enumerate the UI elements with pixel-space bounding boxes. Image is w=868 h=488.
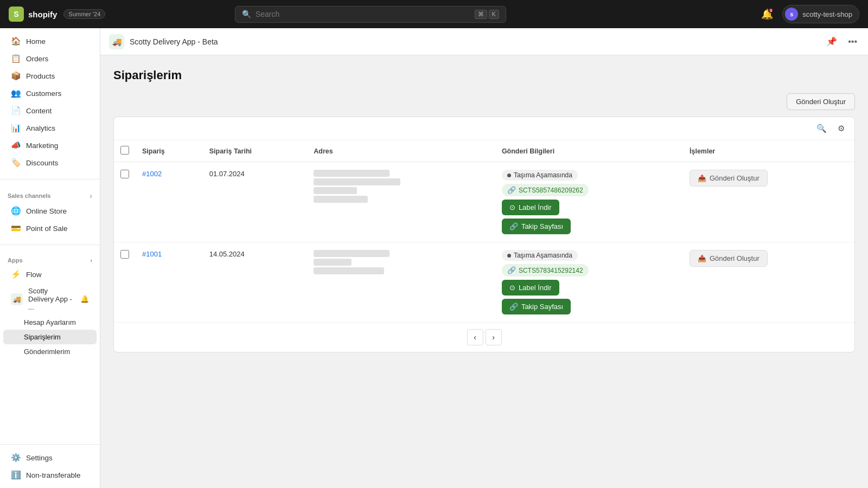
sidebar-item-scotty-delivery[interactable]: 🚚 Scotty Delivery App - ... 🔔	[3, 283, 97, 315]
row1-status-text: Taşıma Aşamasında	[514, 171, 572, 179]
sidebar-item-label: Online Store	[26, 207, 67, 215]
address-column-header: Adres	[307, 140, 495, 162]
shopify-wordmark: shopify	[28, 10, 57, 19]
row1-gonderi-info: Taşıma Aşamasında 🔗 SCTS5857486209262 ⊙ …	[502, 170, 676, 234]
select-all-checkbox[interactable]	[120, 146, 129, 155]
sidebar-item-marketing[interactable]: 📣 Marketing	[3, 137, 97, 154]
orders-table: Sipariş Sipariş Tarihi Adres Gönderi Bil…	[114, 140, 854, 322]
link-icon: 🔗	[509, 303, 518, 311]
address-line	[314, 267, 384, 274]
order-date-column-header: Sipariş Tarihi	[203, 140, 308, 162]
sidebar-divider-1	[0, 179, 100, 179]
info-icon: ℹ️	[11, 470, 21, 480]
notification-badge: 1	[768, 8, 774, 13]
sidebar-item-settings[interactable]: ⚙️ Settings	[3, 449, 97, 466]
row1-status-badge: Taşıma Aşamasında	[502, 170, 578, 181]
row1-checkbox[interactable]	[120, 170, 129, 178]
sidebar-main-section: 🏠 Home 📋 Orders 📦 Products 👥 Customers 📄…	[0, 28, 100, 176]
sidebar-item-products[interactable]: 📦 Products	[3, 67, 97, 85]
row2-tracking-link[interactable]: 🔗 SCTS5783415292142	[502, 264, 589, 277]
table-row: #1001 14.05.2024	[114, 242, 854, 323]
customers-icon: 👥	[11, 88, 21, 98]
row2-order-cell: #1001	[136, 242, 203, 323]
order-column-header: Sipariş	[136, 140, 203, 162]
sidebar-sub-gonderimlerim[interactable]: Gönderimlerim	[3, 344, 97, 359]
sidebar-sub-siparislerim[interactable]: Siparişlerim	[3, 330, 97, 344]
row2-status-text: Taşıma Aşamasında	[514, 252, 572, 259]
online-store-icon: 🌐	[11, 206, 21, 216]
page-content: Siparişlerim Gönderi Oluştur 🔍 ⚙	[100, 55, 868, 488]
chevron-right-icon: ›	[90, 191, 92, 200]
discounts-icon: 🏷️	[11, 158, 21, 168]
content-area: 🚚 Scotty Delivery App - Beta 📌 ••• Sipar…	[100, 28, 868, 488]
sidebar-item-label: Orders	[26, 55, 48, 63]
sidebar-apps-section: Apps › ⚡ Flow 🚚 Scotty Delivery App - ..…	[0, 248, 100, 363]
sidebar-item-online-store[interactable]: 🌐 Online Store	[3, 202, 97, 220]
row1-checkbox-cell	[114, 162, 136, 242]
row1-address-cell	[307, 162, 495, 242]
sidebar-item-non-transferable[interactable]: ℹ️ Non-transferable	[3, 466, 97, 484]
address-line	[314, 259, 352, 266]
sidebar-item-label: Content	[26, 107, 52, 115]
pagination-next-button[interactable]: ›	[486, 329, 502, 345]
scotty-app-icon: 🚚	[11, 293, 23, 305]
content-icon: 📄	[11, 106, 21, 115]
sidebar-item-customers[interactable]: 👥 Customers	[3, 85, 97, 102]
islemler-column-header: İşlemler	[683, 140, 854, 162]
row2-date-cell: 14.05.2024	[203, 242, 308, 323]
search-shortcut: ⌘ K	[475, 10, 499, 19]
order-1001-link[interactable]: #1001	[142, 250, 162, 258]
row1-label-indir-button[interactable]: ⊙ Label İndir	[502, 200, 559, 215]
send-icon: 📤	[698, 174, 706, 182]
siparislerim-label: Siparişlerim	[24, 333, 61, 341]
more-options-icon[interactable]: •••	[846, 35, 859, 49]
search-table-icon[interactable]: 🔍	[813, 121, 830, 136]
app-header-right: 📌 •••	[824, 34, 859, 49]
sidebar-item-home[interactable]: 🏠 Home	[3, 33, 97, 50]
sidebar: 🏠 Home 📋 Orders 📦 Products 👥 Customers 📄…	[0, 28, 100, 488]
row2-takip-sayfasi-button[interactable]: 🔗 Takip Sayfası	[502, 299, 571, 314]
table-pagination: ‹ ›	[114, 322, 854, 352]
search-input[interactable]	[256, 10, 470, 18]
filter-table-icon[interactable]: ⚙	[834, 121, 848, 136]
order-1002-link[interactable]: #1002	[142, 170, 162, 178]
sidebar-item-analytics[interactable]: 📊 Analytics	[3, 119, 97, 137]
row2-gonderi-cell: Taşıma Aşamasında 🔗 SCTS5783415292142 ⊙ …	[495, 242, 683, 323]
notification-bell[interactable]: 🔔 1	[758, 5, 776, 23]
checkbox-column-header	[114, 140, 136, 162]
sidebar-item-label: Home	[26, 37, 46, 46]
shopify-logo[interactable]: S shopify	[9, 7, 57, 22]
row2-label-indir-button[interactable]: ⊙ Label İndir	[502, 280, 559, 296]
create-shipment-button[interactable]: Gönderi Oluştur	[787, 93, 855, 110]
sidebar-sub-hesap-ayarlarim[interactable]: Hesap Ayarlarım	[3, 315, 97, 330]
row1-takip-sayfasi-button[interactable]: 🔗 Takip Sayfası	[502, 219, 571, 234]
sidebar-item-label: Discounts	[26, 159, 58, 167]
avatar: s	[785, 8, 798, 21]
row2-address-cell	[307, 242, 495, 323]
pagination-prev-button[interactable]: ‹	[467, 329, 483, 345]
global-search-bar[interactable]: 🔍 ⌘ K	[235, 6, 506, 23]
sidebar-item-point-of-sale[interactable]: 💳 Point of Sale	[3, 220, 97, 237]
row2-islemler-cell: 📤 Gönderi Oluştur	[683, 242, 854, 323]
main-layout: 🏠 Home 📋 Orders 📦 Products 👥 Customers 📄…	[0, 28, 868, 488]
sidebar-item-content[interactable]: 📄 Content	[3, 102, 97, 119]
pin-icon[interactable]: 📌	[824, 34, 839, 49]
sidebar-item-orders[interactable]: 📋 Orders	[3, 50, 97, 67]
shortcut-k: K	[489, 10, 499, 19]
sidebar-item-flow[interactable]: ⚡ Flow	[3, 266, 97, 283]
row2-gonderi-olustur-button[interactable]: 📤 Gönderi Oluştur	[690, 250, 768, 267]
page-title: Siparişlerim	[113, 68, 855, 82]
summer-badge: Summer '24	[63, 9, 105, 19]
app-header-bar: 🚚 Scotty Delivery App - Beta 📌 •••	[100, 28, 868, 55]
point-of-sale-icon: 💳	[11, 223, 21, 233]
row1-tracking-link[interactable]: 🔗 SCTS5857486209262	[502, 184, 589, 196]
table-header-row: Sipariş Sipariş Tarihi Adres Gönderi Bil…	[114, 140, 854, 162]
sidebar-item-discounts[interactable]: 🏷️ Discounts	[3, 154, 97, 171]
sidebar-item-label: Products	[26, 72, 55, 80]
scotty-app-bell-icon[interactable]: 🔔	[80, 295, 89, 303]
user-menu[interactable]: s scotty-test-shop	[782, 5, 859, 23]
row1-gonderi-olustur-button[interactable]: 📤 Gönderi Oluştur	[690, 170, 768, 187]
row2-checkbox[interactable]	[120, 250, 129, 259]
row2-address-blurred	[314, 250, 489, 274]
sidebar-item-label: Flow	[26, 271, 42, 279]
